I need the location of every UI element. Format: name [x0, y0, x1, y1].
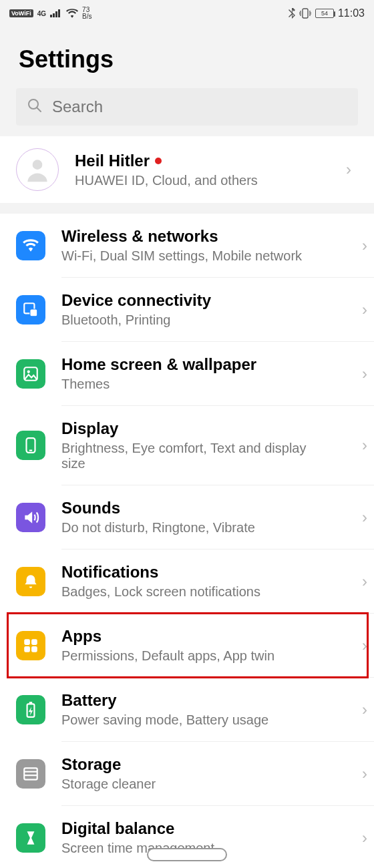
- data-rate: 73 B/s: [82, 7, 91, 20]
- svg-rect-19: [29, 702, 32, 704]
- item-title: Apps: [61, 627, 330, 646]
- svg-rect-14: [24, 639, 30, 645]
- digital-icon: [16, 823, 45, 853]
- svg-rect-4: [303, 9, 308, 18]
- chevron-right-icon: ›: [362, 236, 374, 255]
- settings-item-battery[interactable]: BatteryPower saving mode, Battery usage›: [0, 678, 374, 741]
- svg-rect-2: [55, 11, 57, 17]
- svg-rect-9: [30, 308, 37, 316]
- chevron-right-icon: ›: [362, 436, 374, 455]
- chevron-right-icon: ›: [362, 700, 374, 719]
- battery-text: 54: [321, 10, 328, 17]
- network-4g-label: 4G: [37, 10, 46, 17]
- avatar: [16, 148, 59, 191]
- settings-item-wireless[interactable]: Wireless & networksWi-Fi, Dual SIM setti…: [0, 214, 374, 277]
- bluetooth-icon: [289, 8, 295, 19]
- item-subtitle: Badges, Lock screen notifications: [61, 584, 330, 600]
- status-bar: VoWiFi 4G 73 B/s 54 11:03: [0, 0, 374, 27]
- chevron-right-icon: ›: [362, 300, 374, 319]
- item-title: Storage: [61, 755, 330, 774]
- vibrate-icon: [299, 8, 311, 19]
- vowifi-badge: VoWiFi: [9, 9, 33, 17]
- notification-dot-icon: [155, 158, 162, 164]
- item-subtitle: Bluetooth, Printing: [61, 312, 330, 328]
- svg-line-6: [37, 107, 41, 112]
- page-header: Settings: [0, 27, 374, 88]
- item-subtitle: Themes: [61, 377, 330, 392]
- chevron-right-icon: ›: [362, 365, 374, 383]
- item-subtitle: Permissions, Default apps, App twin: [61, 648, 330, 664]
- settings-item-apps[interactable]: AppsPermissions, Default apps, App twin›: [0, 614, 374, 677]
- svg-rect-1: [53, 13, 55, 17]
- settings-item-storage[interactable]: StorageStorage cleaner›: [0, 742, 374, 805]
- item-subtitle: Do not disturb, Ringtone, Vibrate: [61, 520, 330, 535]
- storage-icon: [16, 759, 45, 789]
- chevron-right-icon: ›: [362, 829, 374, 847]
- chevron-right-icon: ›: [362, 765, 374, 783]
- svg-rect-17: [31, 646, 37, 652]
- apps-icon: [16, 631, 45, 660]
- chevron-right-icon: ›: [362, 572, 374, 591]
- item-title: Display: [61, 419, 330, 438]
- wireless-icon: [16, 231, 45, 260]
- item-subtitle: Brightness, Eye comfort, Text and displa…: [61, 441, 330, 471]
- svg-rect-20: [24, 768, 37, 779]
- svg-rect-15: [31, 639, 37, 645]
- settings-item-notifs[interactable]: NotificationsBadges, Lock screen notific…: [0, 550, 374, 613]
- svg-rect-3: [58, 9, 60, 17]
- search-input[interactable]: [52, 97, 347, 116]
- settings-item-home-wall[interactable]: Home screen & wallpaperThemes›: [0, 342, 374, 405]
- data-rate-unit: B/s: [82, 13, 91, 20]
- wifi-icon: [66, 9, 78, 18]
- page-title: Settings: [19, 45, 355, 73]
- settings-list: Wireless & networksWi-Fi, Dual SIM setti…: [0, 214, 374, 868]
- item-subtitle: Wi-Fi, Dual SIM settings, Mobile network: [61, 248, 330, 264]
- search-box[interactable]: [16, 88, 358, 126]
- home-indicator[interactable]: [147, 848, 227, 861]
- search-icon: [27, 97, 43, 116]
- settings-item-display[interactable]: DisplayBrightness, Eye comfort, Text and…: [0, 406, 374, 485]
- battery-icon: [16, 695, 45, 724]
- display-icon: [16, 431, 45, 460]
- item-title: Home screen & wallpaper: [61, 355, 330, 374]
- settings-item-sounds[interactable]: SoundsDo not disturb, Ringtone, Vibrate›: [0, 485, 374, 549]
- item-title: Wireless & networks: [61, 227, 330, 246]
- home-wall-icon: [16, 359, 45, 389]
- account-row[interactable]: Heil Hitler HUAWEI ID, Cloud, and others…: [0, 136, 374, 203]
- settings-item-device-conn[interactable]: Device connectivityBluetooth, Printing›: [0, 278, 374, 341]
- notifs-icon: [16, 567, 45, 596]
- item-title: Sounds: [61, 499, 330, 517]
- item-subtitle: Storage cleaner: [61, 777, 330, 792]
- clock: 11:03: [338, 7, 365, 19]
- chevron-right-icon: ›: [346, 160, 358, 179]
- device-conn-icon: [16, 295, 45, 324]
- svg-rect-0: [50, 15, 52, 17]
- account-subtitle: HUAWEI ID, Cloud, and others: [75, 173, 330, 188]
- item-title: Battery: [61, 691, 330, 710]
- battery-icon: 54: [315, 9, 334, 18]
- chevron-right-icon: ›: [362, 636, 374, 655]
- item-title: Digital balance: [61, 819, 330, 838]
- item-subtitle: Power saving mode, Battery usage: [61, 712, 330, 728]
- svg-point-7: [33, 160, 43, 170]
- svg-rect-16: [24, 646, 30, 652]
- chevron-right-icon: ›: [362, 508, 374, 527]
- item-title: Notifications: [61, 563, 330, 582]
- signal-bars-icon: [50, 9, 62, 17]
- account-name: Heil Hitler: [75, 152, 150, 170]
- item-title: Device connectivity: [61, 291, 330, 310]
- svg-point-11: [27, 370, 30, 373]
- sounds-icon: [16, 503, 45, 532]
